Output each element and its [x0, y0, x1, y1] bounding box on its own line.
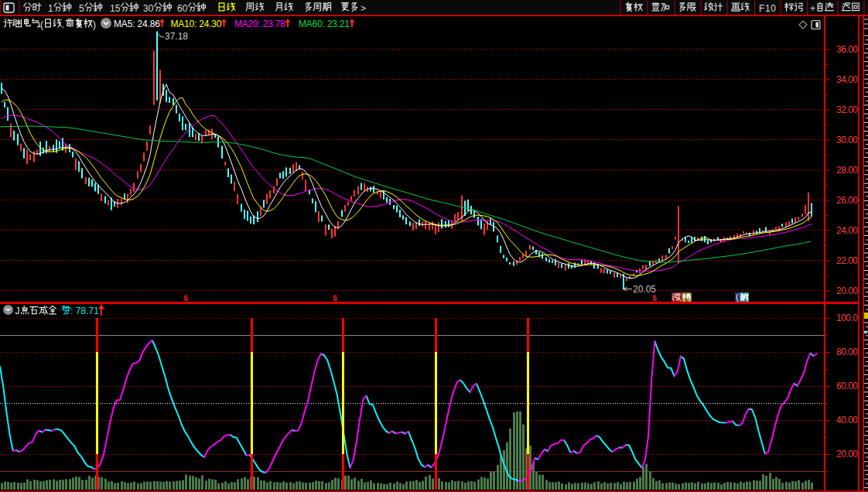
svg-text:MA20: 23.78: MA20: 23.78 — [234, 19, 285, 29]
svg-text:28.00: 28.00 — [836, 165, 858, 176]
svg-text:30: 30 — [143, 3, 154, 14]
svg-text:ŝ: ŝ — [652, 293, 657, 302]
svg-text:(: ( — [40, 19, 43, 30]
svg-text:J: J — [15, 306, 20, 316]
svg-text:60.00: 60.00 — [836, 381, 858, 391]
svg-text:24.00: 24.00 — [836, 225, 858, 236]
svg-text:37.18: 37.18 — [165, 31, 188, 42]
svg-text:ŝ: ŝ — [183, 293, 188, 302]
svg-text:.: . — [62, 19, 64, 30]
svg-text:1: 1 — [48, 3, 53, 14]
svg-text:20.00: 20.00 — [836, 285, 858, 296]
svg-text:26.00: 26.00 — [836, 195, 858, 206]
svg-text:80.00: 80.00 — [836, 347, 858, 357]
svg-text:: 78.71: : 78.71 — [70, 306, 99, 316]
svg-text:): ) — [93, 19, 96, 30]
svg-text:32.00: 32.00 — [836, 104, 858, 115]
svg-text:ŝ: ŝ — [333, 293, 337, 302]
svg-text:+: + — [810, 3, 815, 14]
svg-text:MA5: 24.86: MA5: 24.86 — [114, 19, 160, 29]
svg-text:>: > — [361, 3, 366, 14]
svg-text:40.00: 40.00 — [836, 415, 858, 425]
svg-text:MA10: 24.30: MA10: 24.30 — [171, 19, 222, 29]
svg-text:30.00: 30.00 — [836, 135, 858, 145]
svg-text:100.0: 100.0 — [836, 313, 858, 323]
svg-text:60: 60 — [177, 3, 188, 14]
svg-text:34.00: 34.00 — [836, 74, 858, 85]
svg-text:5: 5 — [79, 3, 84, 14]
svg-text:MA60: 23.21: MA60: 23.21 — [299, 19, 350, 29]
svg-text:20.00: 20.00 — [836, 449, 858, 460]
svg-text:15: 15 — [110, 3, 121, 14]
svg-text:36.00: 36.00 — [836, 44, 858, 55]
svg-text:22.00: 22.00 — [836, 255, 858, 266]
svg-text:F10: F10 — [759, 3, 776, 14]
